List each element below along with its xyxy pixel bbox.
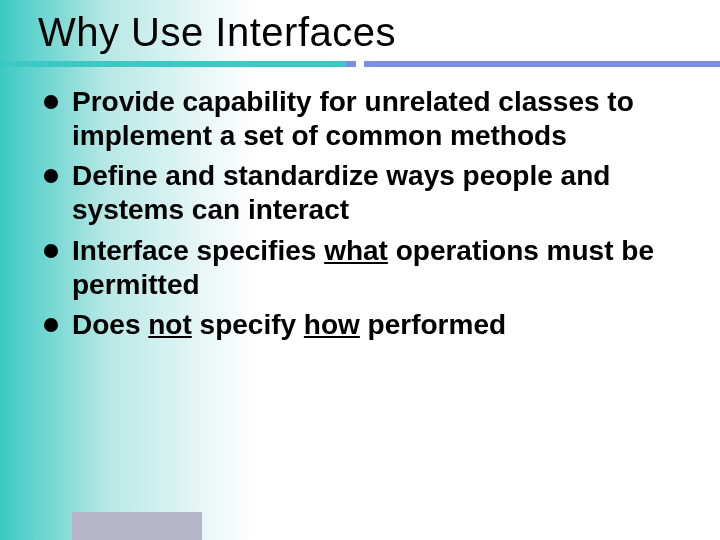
bullet-item: Interface specifies what operations must… bbox=[72, 234, 672, 302]
bullet-text: Provide capability for unrelated classes… bbox=[72, 86, 634, 151]
bullet-list: Provide capability for unrelated classes… bbox=[0, 67, 720, 342]
bullet-text-pre: Interface specifies bbox=[72, 235, 324, 266]
bullet-text-pre: Does bbox=[72, 309, 148, 340]
bullet-item: Provide capability for unrelated classes… bbox=[72, 85, 672, 153]
bullet-text-underlined: what bbox=[324, 235, 388, 266]
bullet-text-mid: specify bbox=[192, 309, 304, 340]
bullet-text-underlined: not bbox=[148, 309, 192, 340]
bullet-icon bbox=[44, 318, 58, 332]
bullet-icon bbox=[44, 244, 58, 258]
bullet-item: Does not specify how performed bbox=[72, 308, 672, 342]
bullet-icon bbox=[44, 169, 58, 183]
bullet-icon bbox=[44, 95, 58, 109]
title-area: Why Use Interfaces bbox=[0, 0, 720, 55]
bullet-item: Define and standardize ways people and s… bbox=[72, 159, 672, 227]
slide-title: Why Use Interfaces bbox=[38, 10, 720, 55]
bullet-text-underlined: how bbox=[304, 309, 360, 340]
bullet-text-post: performed bbox=[360, 309, 506, 340]
bullet-text: Define and standardize ways people and s… bbox=[72, 160, 610, 225]
footer-accent bbox=[72, 512, 202, 540]
